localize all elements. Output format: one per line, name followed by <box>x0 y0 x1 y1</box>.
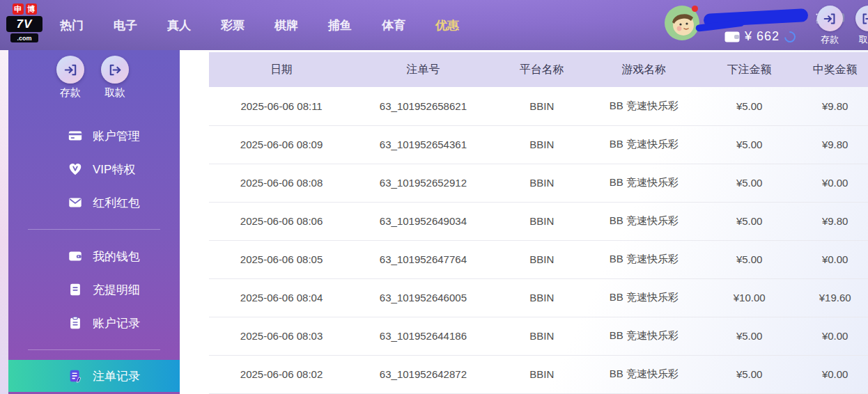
cell-date: 2025-06-06 08:04 <box>209 278 354 317</box>
sidebar-item-deposit-detail[interactable]: 充提明细 <box>8 273 180 306</box>
logo-tld: .com <box>10 33 38 42</box>
cell-bet-number: 63_101952649034 <box>354 202 493 240</box>
cell-bet-number: 63_101952647764 <box>354 240 493 278</box>
site-logo[interactable]: 申 博 7V .com <box>6 3 43 42</box>
cell-win-amount: ¥0.00 <box>802 355 868 393</box>
nav-item-lottery[interactable]: 彩票 <box>215 15 250 36</box>
cell-date: 2025-06-06 08:09 <box>209 125 354 164</box>
cell-date: 2025-06-06 08:05 <box>209 240 354 278</box>
cell-game: BB 竞速快乐彩 <box>591 240 697 278</box>
withdraw-icon <box>101 56 129 84</box>
refresh-balance-icon[interactable] <box>782 29 798 45</box>
column-header: 游戏名称 <box>591 52 697 87</box>
column-header: 下注金额 <box>697 52 802 87</box>
sidebar-menu: 账户管理 VIP特权 <box>8 119 180 392</box>
cell-game: BB 竞速快乐彩 <box>591 278 697 317</box>
sidebar-withdraw-button[interactable]: 取款 <box>101 56 129 100</box>
cell-bet-amount: ¥5.00 <box>697 87 802 125</box>
cell-win-amount: ¥0.00 <box>802 317 868 355</box>
sidebar-item-label: 账户记录 <box>93 315 140 331</box>
cell-game: BB 竞速快乐彩 <box>591 202 697 240</box>
sidebar-item-bet-record[interactable]: 注单记录 <box>8 360 180 392</box>
notification-dot <box>692 6 698 12</box>
cell-game: BB 竞速快乐彩 <box>591 87 697 125</box>
cell-platform: BBIN <box>493 125 591 164</box>
wallet-icon <box>68 249 83 264</box>
column-header: 平台名称 <box>493 52 591 87</box>
cell-win-amount: ¥0.00 <box>802 164 868 202</box>
header-withdraw-button[interactable]: 取款 <box>853 6 868 46</box>
vip-heart-icon <box>68 161 83 177</box>
cell-date: 2025-06-06 08:11 <box>209 87 354 125</box>
sidebar-item-bonus-redpacket[interactable]: 红利红包 <box>8 186 180 219</box>
sidebar-item-account-record[interactable]: 账户记录 <box>8 306 180 340</box>
wallet-icon <box>724 31 740 42</box>
cell-platform: BBIN <box>493 164 591 202</box>
cell-date: 2025-06-06 08:02 <box>209 355 354 393</box>
table-row: 2025-06-06 08:08 63_101952652912 BBIN BB… <box>209 164 868 202</box>
logo-badges: 申 博 <box>13 3 37 15</box>
sidebar-deposit-button[interactable]: 存款 <box>56 56 84 100</box>
cell-bet-amount: ¥5.00 <box>697 202 802 240</box>
cell-game: BB 竞速快乐彩 <box>591 317 697 355</box>
nav-item-slots[interactable]: 电子 <box>108 15 143 36</box>
cell-game: BB 竞速快乐彩 <box>591 125 697 164</box>
cell-win-amount: ¥0.00 <box>802 240 868 278</box>
cell-bet-number: 63_101952646005 <box>354 278 493 317</box>
cell-game: BB 竞速快乐彩 <box>591 355 697 393</box>
main-content: 日期注单号平台名称游戏名称下注金额中奖金额 2025-06-06 08:11 6… <box>180 50 868 394</box>
table-row: 2025-06-06 08:04 63_101952646005 BBIN BB… <box>209 278 868 317</box>
table-header-row: 日期注单号平台名称游戏名称下注金额中奖金额 <box>209 52 868 87</box>
cell-platform: BBIN <box>493 87 591 125</box>
nav-item-fishing[interactable]: 捕鱼 <box>323 15 357 36</box>
cell-date: 2025-06-06 08:06 <box>209 202 354 240</box>
cell-win-amount: ¥9.80 <box>802 87 868 125</box>
table-row: 2025-06-06 08:05 63_101952647764 BBIN BB… <box>209 240 868 278</box>
nav-item-promo[interactable]: 优惠 <box>430 15 465 36</box>
sidebar-item-label: VIP特权 <box>93 161 135 178</box>
bank-card-icon <box>68 128 83 143</box>
bet-record-table: 日期注单号平台名称游戏名称下注金额中奖金额 2025-06-06 08:11 6… <box>209 52 868 394</box>
sidebar-item-label: 账户管理 <box>93 128 140 144</box>
sidebar-item-account-manage[interactable]: 账户管理 <box>8 119 180 152</box>
envelope-icon <box>68 195 83 210</box>
cell-platform: BBIN <box>493 278 591 317</box>
username-censor <box>704 8 809 27</box>
sidebar-divider <box>28 229 160 230</box>
cell-date: 2025-06-06 08:08 <box>209 164 354 202</box>
sidebar-divider <box>28 349 160 350</box>
top-header: 申 博 7V .com 热门电子真人彩票棋牌捕鱼体育优惠 <box>0 0 868 50</box>
header-actions: 存款 取款 <box>815 6 868 46</box>
deposit-icon <box>56 56 84 84</box>
cell-bet-number: 63_101952644186 <box>354 317 493 355</box>
cell-bet-number: 63_101952652912 <box>354 164 493 202</box>
cell-platform: BBIN <box>493 202 591 240</box>
cell-platform: BBIN <box>493 355 591 393</box>
nav-item-live[interactable]: 真人 <box>162 15 196 36</box>
page: 申 博 7V .com 热门电子真人彩票棋牌捕鱼体育优惠 <box>0 0 868 394</box>
nav-item-hot[interactable]: 热门 <box>54 15 89 36</box>
bet-table-body: 2025-06-06 08:11 63_101952658621 BBIN BB… <box>209 87 868 393</box>
cell-bet-number: 63_101952642872 <box>354 355 493 393</box>
logo-badge-2: 博 <box>26 3 37 15</box>
table-row: 2025-06-06 08:11 63_101952658621 BBIN BB… <box>209 87 868 125</box>
sidebar-item-label: 充提明细 <box>93 282 140 298</box>
logo-badge-1: 申 <box>13 3 24 15</box>
table-row: 2025-06-06 08:02 63_101952642872 BBIN BB… <box>209 355 868 393</box>
deposit-icon <box>817 6 843 31</box>
sidebar-item-label: 我的钱包 <box>93 249 140 265</box>
column-header: 日期 <box>209 52 354 87</box>
sidebar-item-my-wallet[interactable]: 我的钱包 <box>8 239 180 273</box>
header-deposit-button[interactable]: 存款 <box>815 6 844 46</box>
cell-bet-amount: ¥5.00 <box>697 355 802 393</box>
nav-item-sports[interactable]: 体育 <box>376 15 411 36</box>
sidebar-item-vip-privilege[interactable]: VIP特权 <box>8 152 180 186</box>
table-row: 2025-06-06 08:09 63_101952654361 BBIN BB… <box>209 125 868 164</box>
nav-item-board[interactable]: 棋牌 <box>269 15 304 36</box>
cell-bet-amount: ¥5.00 <box>697 164 802 202</box>
column-header: 中奖金额 <box>802 52 868 87</box>
cell-win-amount: ¥9.80 <box>802 125 868 164</box>
avatar-wrap[interactable] <box>665 6 699 40</box>
withdraw-icon <box>855 6 868 31</box>
cell-bet-number: 63_101952658621 <box>354 87 493 125</box>
